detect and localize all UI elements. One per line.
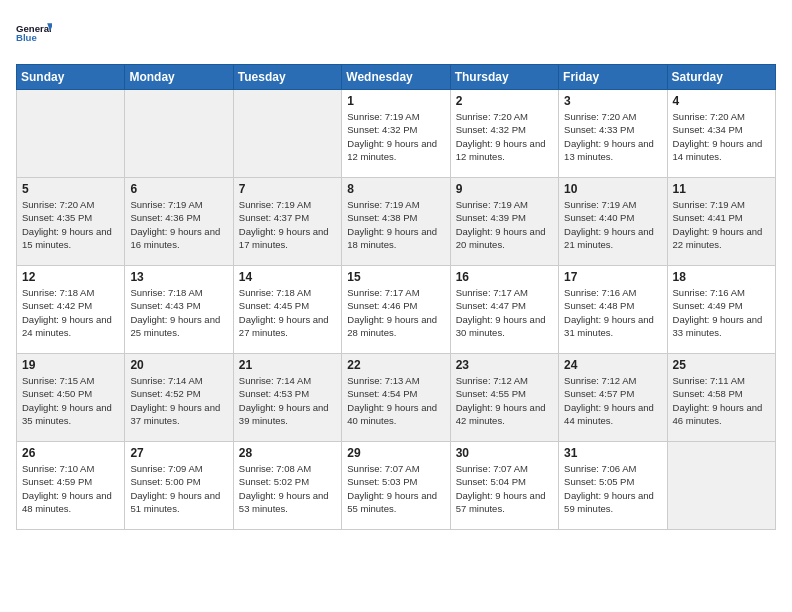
cell-info: Sunrise: 7:20 AMSunset: 4:32 PMDaylight:… xyxy=(456,110,553,163)
day-number: 21 xyxy=(239,358,336,372)
day-number: 11 xyxy=(673,182,770,196)
logo: General Blue xyxy=(16,16,52,52)
calendar-week-row: 5Sunrise: 7:20 AMSunset: 4:35 PMDaylight… xyxy=(17,178,776,266)
cell-info: Sunrise: 7:18 AMSunset: 4:43 PMDaylight:… xyxy=(130,286,227,339)
day-number: 13 xyxy=(130,270,227,284)
calendar-cell xyxy=(17,90,125,178)
day-number: 17 xyxy=(564,270,661,284)
calendar-cell: 18Sunrise: 7:16 AMSunset: 4:49 PMDayligh… xyxy=(667,266,775,354)
cell-info: Sunrise: 7:20 AMSunset: 4:33 PMDaylight:… xyxy=(564,110,661,163)
calendar-week-row: 26Sunrise: 7:10 AMSunset: 4:59 PMDayligh… xyxy=(17,442,776,530)
weekday-header: Wednesday xyxy=(342,65,450,90)
weekday-header: Sunday xyxy=(17,65,125,90)
day-number: 5 xyxy=(22,182,119,196)
calendar-body: 1Sunrise: 7:19 AMSunset: 4:32 PMDaylight… xyxy=(17,90,776,530)
calendar-cell: 25Sunrise: 7:11 AMSunset: 4:58 PMDayligh… xyxy=(667,354,775,442)
calendar-cell: 21Sunrise: 7:14 AMSunset: 4:53 PMDayligh… xyxy=(233,354,341,442)
calendar-cell: 22Sunrise: 7:13 AMSunset: 4:54 PMDayligh… xyxy=(342,354,450,442)
cell-info: Sunrise: 7:16 AMSunset: 4:49 PMDaylight:… xyxy=(673,286,770,339)
calendar-table: SundayMondayTuesdayWednesdayThursdayFrid… xyxy=(16,64,776,530)
day-number: 25 xyxy=(673,358,770,372)
calendar-cell xyxy=(233,90,341,178)
cell-info: Sunrise: 7:19 AMSunset: 4:39 PMDaylight:… xyxy=(456,198,553,251)
day-number: 6 xyxy=(130,182,227,196)
day-number: 8 xyxy=(347,182,444,196)
calendar-cell: 6Sunrise: 7:19 AMSunset: 4:36 PMDaylight… xyxy=(125,178,233,266)
day-number: 23 xyxy=(456,358,553,372)
day-number: 26 xyxy=(22,446,119,460)
day-number: 29 xyxy=(347,446,444,460)
calendar-week-row: 1Sunrise: 7:19 AMSunset: 4:32 PMDaylight… xyxy=(17,90,776,178)
calendar-week-row: 19Sunrise: 7:15 AMSunset: 4:50 PMDayligh… xyxy=(17,354,776,442)
calendar-cell: 1Sunrise: 7:19 AMSunset: 4:32 PMDaylight… xyxy=(342,90,450,178)
day-number: 24 xyxy=(564,358,661,372)
cell-info: Sunrise: 7:16 AMSunset: 4:48 PMDaylight:… xyxy=(564,286,661,339)
cell-info: Sunrise: 7:10 AMSunset: 4:59 PMDaylight:… xyxy=(22,462,119,515)
calendar-cell xyxy=(125,90,233,178)
calendar-cell: 10Sunrise: 7:19 AMSunset: 4:40 PMDayligh… xyxy=(559,178,667,266)
calendar-cell: 31Sunrise: 7:06 AMSunset: 5:05 PMDayligh… xyxy=(559,442,667,530)
calendar-cell: 15Sunrise: 7:17 AMSunset: 4:46 PMDayligh… xyxy=(342,266,450,354)
cell-info: Sunrise: 7:07 AMSunset: 5:03 PMDaylight:… xyxy=(347,462,444,515)
cell-info: Sunrise: 7:13 AMSunset: 4:54 PMDaylight:… xyxy=(347,374,444,427)
calendar-cell: 9Sunrise: 7:19 AMSunset: 4:39 PMDaylight… xyxy=(450,178,558,266)
cell-info: Sunrise: 7:07 AMSunset: 5:04 PMDaylight:… xyxy=(456,462,553,515)
cell-info: Sunrise: 7:19 AMSunset: 4:41 PMDaylight:… xyxy=(673,198,770,251)
calendar-cell: 13Sunrise: 7:18 AMSunset: 4:43 PMDayligh… xyxy=(125,266,233,354)
day-number: 16 xyxy=(456,270,553,284)
day-number: 4 xyxy=(673,94,770,108)
day-number: 10 xyxy=(564,182,661,196)
day-number: 28 xyxy=(239,446,336,460)
cell-info: Sunrise: 7:11 AMSunset: 4:58 PMDaylight:… xyxy=(673,374,770,427)
calendar-header-row: SundayMondayTuesdayWednesdayThursdayFrid… xyxy=(17,65,776,90)
cell-info: Sunrise: 7:18 AMSunset: 4:42 PMDaylight:… xyxy=(22,286,119,339)
calendar-cell: 3Sunrise: 7:20 AMSunset: 4:33 PMDaylight… xyxy=(559,90,667,178)
cell-info: Sunrise: 7:20 AMSunset: 4:35 PMDaylight:… xyxy=(22,198,119,251)
calendar-cell: 24Sunrise: 7:12 AMSunset: 4:57 PMDayligh… xyxy=(559,354,667,442)
calendar-cell xyxy=(667,442,775,530)
cell-info: Sunrise: 7:19 AMSunset: 4:36 PMDaylight:… xyxy=(130,198,227,251)
cell-info: Sunrise: 7:12 AMSunset: 4:57 PMDaylight:… xyxy=(564,374,661,427)
cell-info: Sunrise: 7:19 AMSunset: 4:40 PMDaylight:… xyxy=(564,198,661,251)
day-number: 15 xyxy=(347,270,444,284)
calendar-cell: 5Sunrise: 7:20 AMSunset: 4:35 PMDaylight… xyxy=(17,178,125,266)
calendar-cell: 16Sunrise: 7:17 AMSunset: 4:47 PMDayligh… xyxy=(450,266,558,354)
svg-text:Blue: Blue xyxy=(16,32,37,43)
calendar-cell: 20Sunrise: 7:14 AMSunset: 4:52 PMDayligh… xyxy=(125,354,233,442)
cell-info: Sunrise: 7:17 AMSunset: 4:47 PMDaylight:… xyxy=(456,286,553,339)
cell-info: Sunrise: 7:12 AMSunset: 4:55 PMDaylight:… xyxy=(456,374,553,427)
calendar-cell: 28Sunrise: 7:08 AMSunset: 5:02 PMDayligh… xyxy=(233,442,341,530)
cell-info: Sunrise: 7:19 AMSunset: 4:37 PMDaylight:… xyxy=(239,198,336,251)
day-number: 20 xyxy=(130,358,227,372)
cell-info: Sunrise: 7:17 AMSunset: 4:46 PMDaylight:… xyxy=(347,286,444,339)
calendar-cell: 11Sunrise: 7:19 AMSunset: 4:41 PMDayligh… xyxy=(667,178,775,266)
page-header: General Blue xyxy=(16,16,776,52)
weekday-header: Friday xyxy=(559,65,667,90)
calendar-cell: 19Sunrise: 7:15 AMSunset: 4:50 PMDayligh… xyxy=(17,354,125,442)
calendar-cell: 14Sunrise: 7:18 AMSunset: 4:45 PMDayligh… xyxy=(233,266,341,354)
logo-svg: General Blue xyxy=(16,16,52,52)
day-number: 22 xyxy=(347,358,444,372)
cell-info: Sunrise: 7:19 AMSunset: 4:32 PMDaylight:… xyxy=(347,110,444,163)
calendar-cell: 26Sunrise: 7:10 AMSunset: 4:59 PMDayligh… xyxy=(17,442,125,530)
day-number: 31 xyxy=(564,446,661,460)
day-number: 9 xyxy=(456,182,553,196)
day-number: 12 xyxy=(22,270,119,284)
calendar-cell: 30Sunrise: 7:07 AMSunset: 5:04 PMDayligh… xyxy=(450,442,558,530)
cell-info: Sunrise: 7:08 AMSunset: 5:02 PMDaylight:… xyxy=(239,462,336,515)
calendar-cell: 8Sunrise: 7:19 AMSunset: 4:38 PMDaylight… xyxy=(342,178,450,266)
calendar-cell: 17Sunrise: 7:16 AMSunset: 4:48 PMDayligh… xyxy=(559,266,667,354)
calendar-cell: 7Sunrise: 7:19 AMSunset: 4:37 PMDaylight… xyxy=(233,178,341,266)
cell-info: Sunrise: 7:09 AMSunset: 5:00 PMDaylight:… xyxy=(130,462,227,515)
cell-info: Sunrise: 7:19 AMSunset: 4:38 PMDaylight:… xyxy=(347,198,444,251)
cell-info: Sunrise: 7:06 AMSunset: 5:05 PMDaylight:… xyxy=(564,462,661,515)
day-number: 18 xyxy=(673,270,770,284)
day-number: 14 xyxy=(239,270,336,284)
cell-info: Sunrise: 7:20 AMSunset: 4:34 PMDaylight:… xyxy=(673,110,770,163)
weekday-header: Tuesday xyxy=(233,65,341,90)
cell-info: Sunrise: 7:18 AMSunset: 4:45 PMDaylight:… xyxy=(239,286,336,339)
weekday-header: Thursday xyxy=(450,65,558,90)
calendar-cell: 12Sunrise: 7:18 AMSunset: 4:42 PMDayligh… xyxy=(17,266,125,354)
cell-info: Sunrise: 7:14 AMSunset: 4:52 PMDaylight:… xyxy=(130,374,227,427)
day-number: 3 xyxy=(564,94,661,108)
